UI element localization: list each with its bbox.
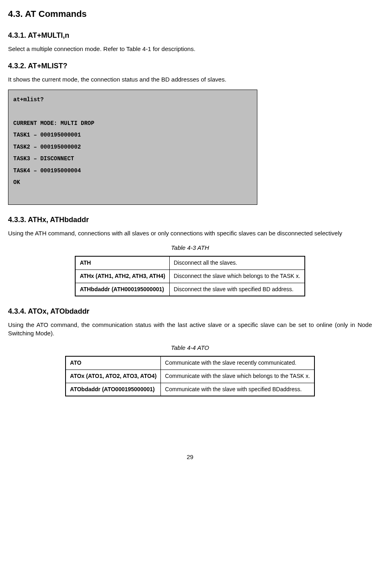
- cell-description: Disconnect all the slaves.: [169, 256, 304, 270]
- table-row: ATObdaddr (ATO000195000001) Communicate …: [66, 383, 314, 396]
- table-row: ATHbdaddr (ATH000195000001) Disconnect t…: [75, 283, 304, 296]
- ath-table: ATH Disconnect all the slaves. ATHx (ATH…: [75, 256, 305, 296]
- table-row: ATO Communicate with the slave recently …: [66, 356, 314, 370]
- subsection-heading: 4.3.2. AT+MLIST?: [8, 61, 372, 71]
- cell-command: ATObdaddr (ATO000195000001): [66, 383, 161, 396]
- cell-description: Disconnect the slave which belongs to th…: [169, 270, 304, 283]
- cell-description: Communicate with the slave which belongs…: [161, 370, 314, 383]
- cell-description: Communicate with the slave with specifie…: [161, 383, 314, 396]
- subsection-heading: 4.3.4. ATOx, ATObdaddr: [8, 306, 372, 316]
- code-block: at+mlist? CURRENT MODE: MULTI DROP TASK1…: [8, 90, 257, 205]
- paragraph: It shows the current mode, the connectio…: [8, 75, 372, 84]
- cell-command: ATOx (ATO1, ATO2, ATO3, ATO4): [66, 370, 161, 383]
- table-caption: Table 4-4 ATO: [8, 343, 372, 352]
- table-row: ATHx (ATH1, ATH2, ATH3, ATH4) Disconnect…: [75, 270, 304, 283]
- subsection-heading: 4.3.3. ATHx, ATHbdaddr: [8, 215, 372, 225]
- paragraph: Select a multiple connection mode. Refer…: [8, 45, 372, 53]
- subsection-heading: 4.3.1. AT+MULTI,n: [8, 31, 372, 41]
- cell-description: Disconnect the slave with specified BD a…: [169, 283, 304, 296]
- cell-command: ATHx (ATH1, ATH2, ATH3, ATH4): [75, 270, 169, 283]
- cell-command: ATO: [66, 356, 161, 370]
- ato-table: ATO Communicate with the slave recently …: [65, 356, 315, 396]
- table-row: ATOx (ATO1, ATO2, ATO3, ATO4) Communicat…: [66, 370, 314, 383]
- paragraph: Using the ATH command, connections with …: [8, 229, 372, 237]
- page-number: 29: [8, 453, 372, 461]
- table-caption: Table 4-3 ATH: [8, 243, 372, 252]
- paragraph: Using the ATO command, the communication…: [8, 321, 372, 337]
- table-row: ATH Disconnect all the slaves.: [75, 256, 304, 270]
- section-heading: 4.3. AT Commands: [8, 8, 372, 20]
- cell-command: ATH: [75, 256, 169, 270]
- cell-command: ATHbdaddr (ATH000195000001): [75, 283, 169, 296]
- cell-description: Communicate with the slave recently comm…: [161, 356, 314, 370]
